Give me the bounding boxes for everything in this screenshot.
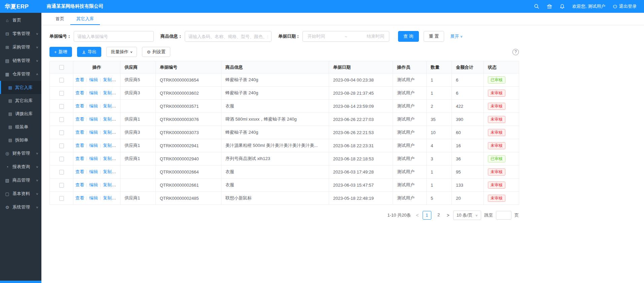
report-icon: ◔: [4, 164, 10, 169]
row-checkbox[interactable]: [59, 144, 64, 148]
row-checkbox[interactable]: [59, 183, 64, 188]
row-operator: 测试用户: [393, 126, 427, 139]
action-separator: [86, 183, 87, 187]
document-icon: ▤: [7, 85, 13, 90]
expand-link[interactable]: 展开 ∨: [450, 33, 463, 39]
row-action-view[interactable]: 查看: [75, 77, 84, 82]
sidebar-item-purchase[interactable]: ⊞ 采购管理 ∨: [0, 40, 41, 54]
page-size-select[interactable]: 10 条/页 ∨: [453, 211, 481, 220]
bell-icon[interactable]: [560, 4, 565, 9]
row-action-copy[interactable]: 复制: [103, 182, 116, 187]
row-action-delete[interactable]: 删除: [117, 90, 120, 95]
row-checkbox[interactable]: [59, 157, 64, 161]
row-action-edit[interactable]: 编辑: [89, 182, 98, 187]
search-button[interactable]: 查 询: [398, 31, 419, 42]
row-checkbox[interactable]: [59, 196, 64, 201]
help-icon[interactable]: ?: [512, 49, 519, 55]
bill-no-input[interactable]: [74, 31, 154, 42]
status-badge: 未审核: [488, 103, 505, 110]
row-action-edit[interactable]: 编辑: [89, 130, 98, 135]
row-date: 2023-06-03 15:47:57: [329, 179, 393, 192]
row-action-delete[interactable]: 删除: [117, 117, 120, 122]
pagination-page-2[interactable]: 2: [434, 211, 443, 220]
add-button[interactable]: + 新增: [49, 47, 72, 57]
pagination-page-1[interactable]: 1: [423, 211, 431, 220]
reset-button[interactable]: 重 置: [424, 31, 444, 42]
row-action-copy[interactable]: 复制: [103, 143, 116, 148]
row-action-view[interactable]: 查看: [75, 182, 84, 187]
tab-other-inbound[interactable]: 其它入库: [70, 13, 100, 25]
sidebar-item-other-outbound[interactable]: ▤ 其它出库: [0, 94, 41, 107]
sidebar-item-disassembly[interactable]: ▤ 拆卸单: [0, 133, 41, 147]
date-range-picker[interactable]: 开始时间 ~ 结束时间: [302, 31, 389, 42]
row-action-edit[interactable]: 编辑: [89, 103, 98, 108]
row-action-view[interactable]: 查看: [75, 169, 84, 174]
row-action-copy[interactable]: 复制: [103, 169, 116, 174]
row-action-delete[interactable]: 删除: [117, 77, 120, 82]
sidebar-item-goods[interactable]: ▧ 商品管理 ∨: [0, 174, 41, 187]
row-action-delete[interactable]: 删除: [117, 130, 120, 135]
row-action-edit[interactable]: 编辑: [89, 90, 98, 95]
batch-actions-button[interactable]: 批量操作 ∨: [106, 47, 137, 57]
row-action-view[interactable]: 查看: [75, 117, 84, 122]
sidebar-item-transfer-outbound[interactable]: ▤ 调拨出库: [0, 107, 41, 120]
tab-home[interactable]: 首页: [49, 13, 70, 25]
row-action-delete[interactable]: 删除: [117, 143, 120, 148]
welcome-user-text[interactable]: 欢迎您, 测试用户: [572, 3, 605, 9]
table-row: 查看编辑复制删除供应商3QTRK00000003073蜂蜜柚子茶 240g202…: [50, 126, 519, 139]
sidebar-collapse-bar[interactable]: [0, 281, 41, 283]
platform-icon[interactable]: [547, 4, 552, 9]
row-action-copy[interactable]: 复制: [103, 156, 116, 161]
row-action-delete[interactable]: 删除: [117, 156, 120, 161]
row-action-delete[interactable]: 删除: [117, 195, 120, 200]
pagination-prev[interactable]: <: [415, 213, 419, 218]
pagination-next[interactable]: >: [446, 213, 450, 218]
row-action-edit[interactable]: 编辑: [89, 117, 98, 122]
row-action-delete[interactable]: 删除: [117, 169, 120, 174]
goods-info-input[interactable]: [185, 31, 272, 42]
export-button[interactable]: 导出: [77, 47, 101, 57]
sidebar-item-basic-data[interactable]: ▢ 基本资料 ∨: [0, 187, 41, 200]
row-action-edit[interactable]: 编辑: [89, 77, 98, 82]
search-icon[interactable]: [534, 4, 539, 9]
jump-page-input[interactable]: [496, 211, 511, 220]
row-action-edit[interactable]: 编辑: [89, 195, 98, 200]
row-checkbox[interactable]: [59, 130, 64, 135]
row-action-copy[interactable]: 复制: [103, 77, 116, 82]
sidebar-item-retail[interactable]: ⊟ 零售管理 ∨: [0, 27, 41, 40]
sidebar-item-finance[interactable]: ◎ 财务管理 ∨: [0, 147, 41, 160]
sidebar-item-warehouse[interactable]: ▦ 仓库管理 ∧: [0, 67, 41, 81]
sidebar-item-reports[interactable]: ◔ 报表查询 ∨: [0, 160, 41, 174]
row-checkbox[interactable]: [59, 78, 64, 83]
row-checkbox[interactable]: [59, 91, 64, 96]
column-settings-button[interactable]: ⚙ 列设置: [142, 47, 170, 57]
row-checkbox[interactable]: [59, 117, 64, 122]
row-action-delete[interactable]: 删除: [117, 182, 120, 187]
row-action-copy[interactable]: 复制: [103, 117, 116, 122]
row-action-copy[interactable]: 复制: [103, 103, 116, 108]
row-action-view[interactable]: 查看: [75, 195, 84, 200]
logout-button[interactable]: 退出登录: [613, 3, 637, 9]
sidebar-item-system[interactable]: ⚙ 系统管理 ∨: [0, 200, 41, 214]
row-action-view[interactable]: 查看: [75, 90, 84, 95]
row-action-view[interactable]: 查看: [75, 103, 84, 108]
row-action-copy[interactable]: 复制: [103, 195, 116, 200]
row-action-edit[interactable]: 编辑: [89, 143, 98, 148]
sidebar-item-sales[interactable]: ▤ 销售管理 ∨: [0, 54, 41, 67]
row-action-view[interactable]: 查看: [75, 130, 84, 135]
row-action-view[interactable]: 查看: [75, 156, 84, 161]
sidebar-subitem-label: 其它入库: [15, 85, 33, 91]
row-action-copy[interactable]: 复制: [103, 90, 116, 95]
sidebar-item-other-inbound[interactable]: ▤ 其它入库: [0, 81, 41, 94]
row-action-delete[interactable]: 删除: [117, 103, 120, 108]
row-checkbox[interactable]: [59, 104, 64, 109]
row-action-copy[interactable]: 复制: [103, 130, 116, 135]
row-action-view[interactable]: 查看: [75, 143, 84, 148]
row-action-edit[interactable]: 编辑: [89, 156, 98, 161]
sidebar-item-label: 系统管理: [12, 204, 30, 210]
sidebar-item-home[interactable]: ⌂ 首页: [0, 13, 41, 27]
select-all-checkbox[interactable]: [59, 65, 64, 70]
row-checkbox[interactable]: [59, 170, 64, 175]
row-action-edit[interactable]: 编辑: [89, 169, 98, 174]
sidebar-item-assembly[interactable]: ▤ 组装单: [0, 120, 41, 133]
